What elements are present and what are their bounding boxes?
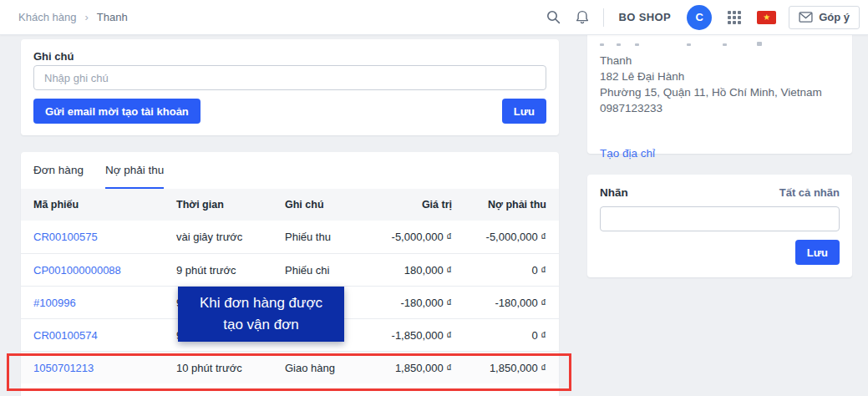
receipt-link[interactable]: 1050701213 — [33, 362, 94, 374]
col-header-value: Giá trị — [360, 199, 452, 211]
breadcrumb: Khách hàng › Thanh — [18, 11, 128, 23]
receipt-link[interactable]: #100996 — [33, 297, 76, 309]
address-phone: 0987123233 — [600, 100, 840, 116]
shop-name[interactable]: BO SHOP — [618, 11, 671, 23]
tab-orders[interactable]: Đơn hàng — [33, 152, 84, 189]
col-header-note: Ghi chú — [285, 199, 360, 211]
note-input[interactable] — [33, 65, 546, 90]
address-street: 182 Lê Đại Hành — [600, 69, 840, 84]
create-address-link[interactable]: Tạo địa chỉ — [600, 147, 655, 160]
cell-debt: 0 ₫ — [452, 264, 546, 277]
note-save-button[interactable]: Lưu — [502, 99, 546, 124]
cell-value: -5,000,000 ₫ — [360, 231, 452, 243]
envelope-icon — [799, 12, 813, 23]
table-row: CR00100575 vài giây trước Phiếu thu -5,0… — [21, 221, 559, 253]
topbar: Khách hàng › Thanh BO SHOP C ★ Góp ý — [0, 0, 868, 35]
tab-receivables[interactable]: Nợ phải thu — [105, 152, 164, 189]
feedback-button[interactable]: Góp ý — [789, 6, 860, 29]
apps-grid-icon[interactable] — [728, 11, 741, 24]
cell-debt: -5,000,000 ₫ — [452, 231, 546, 243]
cell-note: Giao hàng — [285, 362, 360, 374]
receivables-card: Đơn hàng Nợ phải thu Mã phiếu Thời gian … — [21, 152, 559, 396]
send-invite-email-button[interactable]: Gửi email mời tạo tài khoản — [33, 99, 201, 124]
label-save-button[interactable]: Lưu — [795, 240, 840, 265]
topbar-actions: BO SHOP C ★ Góp ý — [543, 5, 860, 30]
address-card: Thanh 182 Lê Đại Hành Phường 15, Quận 11… — [587, 25, 852, 154]
cell-note: Phiếu thu — [285, 231, 360, 243]
address-lines: Thanh 182 Lê Đại Hành Phường 15, Quận 11… — [600, 53, 840, 116]
note-card: Ghi chú Gửi email mời tạo tài khoản Lưu — [21, 39, 559, 135]
all-labels-link[interactable]: Tất cả nhãn — [779, 186, 840, 199]
breadcrumb-current: Thanh — [97, 11, 128, 23]
cell-value: -180,000 ₫ — [360, 297, 452, 309]
edit-pencil-icon-remnant — [757, 42, 762, 46]
feedback-button-label: Góp ý — [819, 11, 850, 23]
annotation-line-1: Khi đơn hàng được — [200, 292, 322, 314]
label-input[interactable] — [600, 206, 840, 231]
col-header-time: Thời gian — [176, 199, 285, 211]
label-title: Nhãn — [600, 186, 628, 199]
cell-value: 1,850,000 ₫ — [360, 362, 452, 374]
table-row-highlighted: 1050701213 10 phút trước Giao hàng 1,850… — [21, 351, 559, 383]
cell-debt: 0 ₫ — [452, 329, 546, 342]
label-card-header: Nhãn Tất cả nhãn — [600, 186, 840, 199]
notification-bell-icon[interactable] — [572, 8, 592, 28]
table-row: CP001000000088 9 phút trước Phiếu chi 18… — [21, 253, 559, 286]
clipped-text-remnants — [600, 42, 840, 48]
topbar-divider — [603, 8, 604, 27]
receipt-link[interactable]: CP001000000088 — [33, 264, 121, 277]
cell-time: vài giây trước — [176, 231, 285, 243]
cell-note: Phiếu chi — [285, 264, 360, 277]
search-icon[interactable] — [543, 8, 563, 28]
col-header-debt: Nợ phải thu — [452, 199, 546, 211]
table-header: Mã phiếu Thời gian Ghi chú Giá trị Nợ ph… — [21, 189, 559, 221]
note-actions: Gửi email mời tạo tài khoản Lưu — [33, 99, 546, 124]
col-header-id: Mã phiếu — [33, 199, 176, 211]
label-actions: Lưu — [600, 240, 840, 265]
annotation-line-2: tạo vận đơn — [223, 314, 299, 336]
vietnam-flag-icon[interactable]: ★ — [757, 11, 776, 24]
tab-bar: Đơn hàng Nợ phải thu — [21, 152, 559, 189]
note-label: Ghi chú — [33, 50, 546, 63]
user-avatar[interactable]: C — [687, 5, 712, 30]
breadcrumb-parent[interactable]: Khách hàng — [18, 11, 76, 23]
flag-star: ★ — [763, 13, 770, 22]
breadcrumb-separator: › — [84, 11, 88, 23]
cell-debt: 1,850,000 ₫ — [452, 362, 546, 374]
cell-value: 180,000 ₫ — [360, 264, 452, 277]
cell-time: 9 phút trước — [176, 264, 285, 277]
label-card: Nhãn Tất cả nhãn Lưu — [587, 175, 852, 277]
address-region: Phường 15, Quận 11, Hồ Chí Minh, Vietnam — [600, 84, 840, 100]
cell-time: 10 phút trước — [176, 362, 285, 374]
address-name: Thanh — [600, 53, 840, 69]
cell-value: -1,850,000 ₫ — [360, 329, 452, 342]
annotation-tooltip: Khi đơn hàng được tạo vận đơn — [178, 287, 344, 342]
receipt-link[interactable]: CR00100574 — [33, 329, 98, 342]
receipt-link[interactable]: CR00100575 — [33, 231, 98, 243]
cell-debt: -180,000 ₫ — [452, 297, 546, 309]
